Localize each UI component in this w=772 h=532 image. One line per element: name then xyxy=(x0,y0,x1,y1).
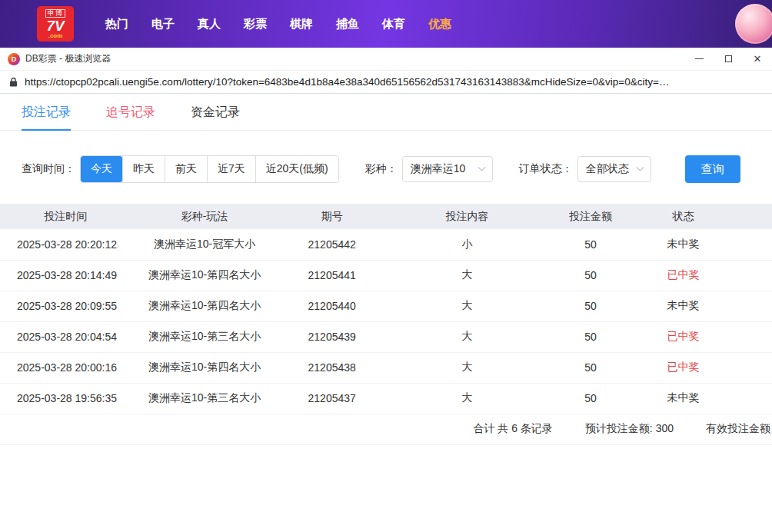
header-issue: 期号 xyxy=(278,204,386,229)
lock-icon xyxy=(9,77,18,87)
search-button[interactable]: 查询 xyxy=(685,155,740,183)
header-bet-amount: 投注金额 xyxy=(548,204,633,229)
nav-item-electronic[interactable]: 电子 xyxy=(140,0,186,48)
site-logo-suffix-text: .com xyxy=(48,33,63,39)
issue-cell: 21205438 xyxy=(278,352,386,383)
bet-time-cell: 2025-03-28 20:09:55 xyxy=(0,291,131,321)
table-row: 2025-03-28 19:56:35 澳洲幸运10-第三名大小 2120543… xyxy=(0,383,772,414)
time-filter-yesterday[interactable]: 昨天 xyxy=(122,156,165,182)
maximize-icon xyxy=(725,55,732,62)
user-avatar[interactable] xyxy=(735,4,772,44)
game-play-cell: 澳洲幸运10-第四名大小 xyxy=(131,352,278,383)
url-input[interactable]: https://ctopcp02pcali.uengi5e.com/lotter… xyxy=(25,76,763,88)
header-status: 状态 xyxy=(633,204,734,229)
nav-item-live[interactable]: 真人 xyxy=(186,0,232,48)
game-play-cell: 澳洲幸运10-第四名大小 xyxy=(131,260,278,291)
time-filter-today[interactable]: 今天 xyxy=(81,156,122,182)
bet-amount-cell: 50 xyxy=(548,321,633,352)
bet-time-cell: 2025-03-28 20:00:16 xyxy=(0,352,131,383)
bet-amount-cell: 50 xyxy=(548,291,633,321)
issue-cell: 21205441 xyxy=(278,260,386,291)
browser-addressbar: https://ctopcp02pcali.uengi5e.com/lotter… xyxy=(0,71,772,94)
chevron-down-icon xyxy=(636,163,644,171)
time-filter-day-before[interactable]: 前天 xyxy=(165,156,207,182)
nav-item-cards[interactable]: 棋牌 xyxy=(278,0,324,48)
nav-item-hot[interactable]: 热门 xyxy=(94,0,140,48)
header-spacer xyxy=(734,204,772,229)
records-table: 投注时间 彩种-玩法 期号 投注内容 投注金额 状态 2025-03-28 20… xyxy=(0,204,772,445)
lottery-select[interactable]: 澳洲幸运10 xyxy=(402,156,493,182)
summary-total-records: 合计 共 6 条记录 xyxy=(473,422,552,436)
issue-cell: 21205442 xyxy=(278,229,386,260)
bet-amount-cell: 50 xyxy=(548,352,633,383)
game-play-cell: 澳洲幸运10-冠军大小 xyxy=(131,229,278,260)
site-topbar: 申博 7V .com 热门 电子 真人 彩票 棋牌 捕鱼 体育 优惠 xyxy=(0,0,772,48)
tab-chase-records[interactable]: 追号记录 xyxy=(106,94,155,131)
status-cell: 已中奖 xyxy=(633,260,734,291)
site-logo[interactable]: 申博 7V .com xyxy=(37,6,74,42)
issue-cell: 21205440 xyxy=(278,291,386,321)
game-play-cell: 澳洲幸运10-第三名大小 xyxy=(131,321,278,352)
status-cell: 已中奖 xyxy=(633,352,734,383)
nav-item-promotions[interactable]: 优惠 xyxy=(417,0,463,48)
maximize-button[interactable] xyxy=(714,48,743,71)
issue-cell: 21205437 xyxy=(278,383,386,414)
window-title: DB彩票 - 极速浏览器 xyxy=(25,52,111,65)
nav-item-fishing[interactable]: 捕鱼 xyxy=(324,0,371,48)
header-bet-content: 投注内容 xyxy=(386,204,548,229)
table-row: 2025-03-28 20:04:54 澳洲幸运10-第三名大小 2120543… xyxy=(0,321,772,352)
minimize-button[interactable] xyxy=(684,48,714,71)
tab-bet-records[interactable]: 投注记录 xyxy=(22,94,71,131)
browser-app-icon: D xyxy=(8,53,20,65)
order-status-value: 全部状态 xyxy=(586,162,629,176)
minimize-icon xyxy=(695,58,704,59)
order-status-label: 订单状态： xyxy=(519,162,573,176)
page-content: 投注记录 追号记录 资金记录 查询时间： 今天 昨天 前天 近7天 近20天(低… xyxy=(0,94,772,445)
bet-content-cell: 大 xyxy=(386,260,548,291)
nav-item-lottery[interactable]: 彩票 xyxy=(232,0,278,48)
bet-content-cell: 大 xyxy=(386,321,548,352)
status-cell: 未中奖 xyxy=(633,383,734,414)
status-cell: 未中奖 xyxy=(633,229,734,260)
summary-valid-amount: 有效投注金额 xyxy=(706,422,770,436)
header-game-play: 彩种-玩法 xyxy=(131,204,278,229)
close-icon: ✕ xyxy=(754,54,762,64)
bet-content-cell: 大 xyxy=(386,291,548,321)
table-row: 2025-03-28 20:09:55 澳洲幸运10-第四名大小 2120544… xyxy=(0,291,772,321)
table-row: 2025-03-28 20:14:49 澳洲幸运10-第四名大小 2120544… xyxy=(0,260,772,291)
window-controls: ✕ xyxy=(684,48,772,71)
game-play-cell: 澳洲幸运10-第四名大小 xyxy=(131,291,278,321)
nav-item-sports[interactable]: 体育 xyxy=(371,0,417,48)
bet-content-cell: 大 xyxy=(386,383,548,414)
bet-time-cell: 2025-03-28 19:56:35 xyxy=(0,383,131,414)
table-header: 投注时间 彩种-玩法 期号 投注内容 投注金额 状态 xyxy=(0,204,772,229)
chevron-down-icon xyxy=(478,163,485,171)
status-cell: 已中奖 xyxy=(633,321,734,352)
site-logo-main-text: 7V xyxy=(46,18,64,33)
order-status-select[interactable]: 全部状态 xyxy=(577,156,651,182)
bet-content-cell: 大 xyxy=(386,352,548,383)
bet-time-cell: 2025-03-28 20:20:12 xyxy=(0,229,131,260)
table-row: 2025-03-28 20:20:12 澳洲幸运10-冠军大小 21205442… xyxy=(0,229,772,260)
close-button[interactable]: ✕ xyxy=(743,48,772,71)
time-filter-20days[interactable]: 近20天(低频) xyxy=(255,156,338,182)
bet-amount-cell: 50 xyxy=(548,229,633,260)
tab-fund-records[interactable]: 资金记录 xyxy=(191,94,240,131)
time-filter-group: 今天 昨天 前天 近7天 近20天(低频) xyxy=(80,155,339,183)
header-bet-time: 投注时间 xyxy=(0,204,131,229)
issue-cell: 21205439 xyxy=(278,321,386,352)
bet-time-cell: 2025-03-28 20:14:49 xyxy=(0,260,131,291)
table-summary: 合计 共 6 条记录 预计投注金额: 300 有效投注金额 xyxy=(0,414,772,445)
filter-bar: 查询时间： 今天 昨天 前天 近7天 近20天(低频) 彩种： 澳洲幸运10 订… xyxy=(22,155,772,183)
lottery-filter-label: 彩种： xyxy=(365,162,398,176)
game-play-cell: 澳洲幸运10-第三名大小 xyxy=(131,383,278,414)
status-cell: 未中奖 xyxy=(633,291,734,321)
bet-amount-cell: 50 xyxy=(548,260,633,291)
browser-titlebar: D DB彩票 - 极速浏览器 ✕ xyxy=(0,48,772,71)
summary-expected-amount: 预计投注金额: 300 xyxy=(585,422,674,436)
site-logo-top-text: 申博 xyxy=(45,9,65,18)
lottery-select-value: 澳洲幸运10 xyxy=(411,162,466,176)
bet-content-cell: 小 xyxy=(386,229,548,260)
time-filter-7days[interactable]: 近7天 xyxy=(207,156,255,182)
time-filter-label: 查询时间： xyxy=(22,162,75,176)
